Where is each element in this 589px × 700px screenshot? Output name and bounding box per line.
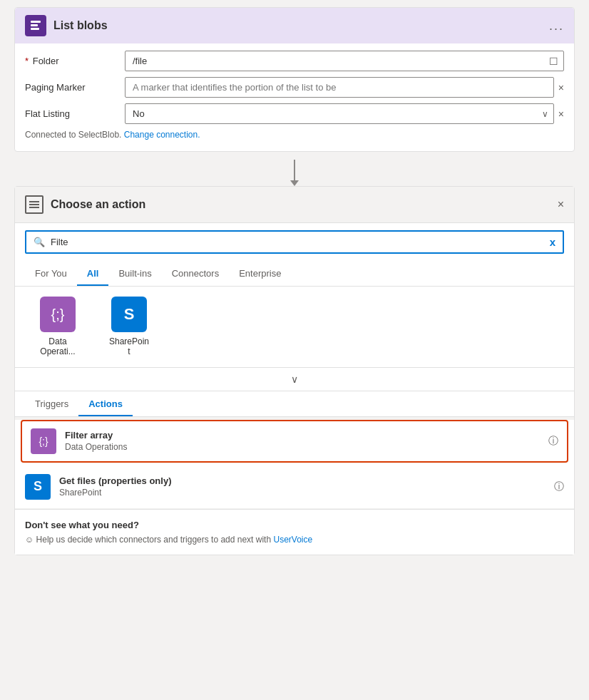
svg-rect-1	[31, 24, 38, 26]
flat-listing-select[interactable]: No Yes	[125, 103, 554, 124]
connection-text: Connected to SelectBlob.	[25, 130, 121, 140]
folder-row: * Folder ☐	[25, 51, 564, 71]
list-blobs-card: List blobs ... * Folder ☐ Paging Marker …	[14, 7, 575, 152]
paging-marker-input-wrap: ×	[125, 77, 564, 98]
main-tabs-row: For You All Built-ins Connectors Enterpr…	[15, 261, 574, 287]
action-panel-header: Choose an action ×	[15, 187, 574, 223]
smile-icon: ☺	[25, 535, 34, 545]
card-title: List blobs	[53, 19, 108, 32]
folder-browse-icon[interactable]: ☐	[549, 56, 558, 67]
action-panel-title: Choose an action	[51, 198, 145, 211]
choose-action-panel: Choose an action × 🔍 x For You All Built…	[14, 186, 575, 555]
data-operations-label: DataOperati...	[40, 336, 75, 357]
card-body: * Folder ☐ Paging Marker × Flat Listing …	[15, 43, 574, 151]
paging-marker-clear-icon[interactable]: ×	[558, 82, 564, 93]
dont-see-title: Don't see what you need?	[25, 520, 564, 530]
filter-array-subtitle: Data Operations	[65, 442, 540, 452]
get-files-subtitle: SharePoint	[59, 488, 546, 498]
tab-all[interactable]: All	[77, 261, 109, 286]
svg-rect-3	[29, 201, 39, 202]
svg-rect-5	[29, 207, 39, 208]
connection-info: Connected to SelectBlob. Change connecti…	[25, 130, 564, 140]
data-operations-icon: {;}	[40, 297, 76, 332]
action-panel-icon	[25, 195, 43, 214]
action-list: {;} Filter array Data Operations ⓘ S Get…	[15, 420, 574, 509]
action-item-get-files[interactable]: S Get files (properties only) SharePoint…	[15, 465, 574, 509]
flat-listing-label: Flat Listing	[25, 108, 125, 119]
folder-input[interactable]	[125, 51, 564, 71]
close-button[interactable]: ×	[558, 198, 564, 211]
connectors-grid: {;} DataOperati... S SharePoint	[15, 287, 574, 368]
action-item-filter-array[interactable]: {;} Filter array Data Operations ⓘ	[21, 420, 568, 463]
change-connection-link[interactable]: Change connection.	[124, 130, 200, 140]
search-section: 🔍 x	[15, 223, 574, 261]
search-inner: 🔍 x	[25, 230, 564, 254]
svg-rect-0	[31, 21, 41, 23]
help-text-content: Help us decide which connectors and trig…	[36, 535, 272, 545]
filter-array-icon: {;}	[31, 428, 56, 454]
get-files-info-icon[interactable]: ⓘ	[554, 480, 564, 493]
connector-data-operations[interactable]: {;} DataOperati...	[29, 297, 86, 357]
flat-listing-select-wrap: No Yes ∨	[125, 103, 554, 124]
search-clear-icon[interactable]: x	[550, 236, 555, 248]
sub-tabs-row: Triggers Actions	[15, 391, 574, 417]
sub-tab-triggers[interactable]: Triggers	[25, 391, 78, 416]
svg-rect-2	[31, 28, 39, 30]
paging-marker-label: Paging Marker	[25, 82, 125, 93]
get-files-title: Get files (properties only)	[59, 475, 546, 486]
uservoice-link[interactable]: UserVoice	[273, 535, 312, 545]
search-input[interactable]	[51, 237, 550, 247]
flat-listing-clear-icon[interactable]: ×	[558, 108, 564, 120]
folder-input-wrap: ☐	[125, 51, 564, 71]
filter-array-info-icon[interactable]: ⓘ	[548, 435, 558, 448]
card-header: List blobs ...	[15, 8, 574, 43]
arrow-down-shape	[294, 160, 295, 181]
paging-marker-input[interactable]	[125, 77, 554, 98]
sharepoint-label: SharePoint	[109, 336, 149, 357]
blob-icon	[25, 15, 46, 36]
tab-builtins[interactable]: Built-ins	[108, 261, 161, 286]
paging-marker-row: Paging Marker ×	[25, 77, 564, 98]
get-files-icon: S	[25, 474, 51, 500]
expand-button[interactable]: ∨	[15, 368, 574, 391]
action-item-filter-array-text: Filter array Data Operations	[65, 430, 540, 452]
svg-rect-4	[29, 204, 39, 205]
card-header-left: List blobs	[25, 15, 108, 36]
bottom-section: Don't see what you need? ☺ Help us decid…	[15, 509, 574, 555]
sharepoint-icon: S	[111, 297, 147, 332]
tab-connectors[interactable]: Connectors	[162, 261, 229, 286]
tab-enterprise[interactable]: Enterprise	[229, 261, 291, 286]
sub-tab-actions[interactable]: Actions	[78, 391, 133, 416]
search-icon: 🔍	[34, 237, 45, 247]
flow-arrow	[14, 155, 575, 186]
filter-array-title: Filter array	[65, 430, 540, 441]
connector-sharepoint[interactable]: S SharePoint	[101, 297, 158, 357]
flat-listing-row: Flat Listing No Yes ∨ ×	[25, 103, 564, 124]
action-panel-header-left: Choose an action	[25, 195, 145, 214]
tab-for-you[interactable]: For You	[25, 261, 77, 286]
required-marker: *	[25, 56, 29, 66]
more-options-button[interactable]: ...	[549, 19, 564, 34]
folder-label: * Folder	[25, 56, 125, 66]
action-item-get-files-text: Get files (properties only) SharePoint	[59, 475, 546, 498]
chevron-down-icon: ∨	[291, 374, 298, 385]
help-text: ☺ Help us decide which connectors and tr…	[25, 535, 564, 545]
